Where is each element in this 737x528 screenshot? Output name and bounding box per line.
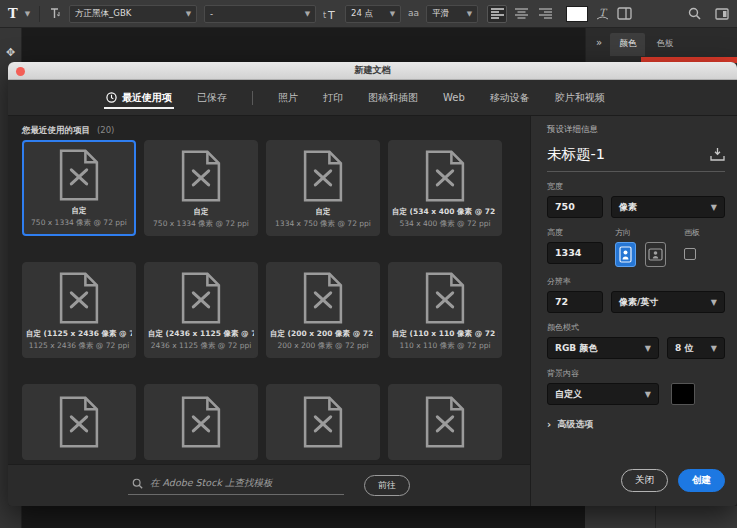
- align-center-button[interactable]: [511, 5, 531, 23]
- template-card-partial[interactable]: [144, 384, 258, 460]
- template-card-partial[interactable]: [388, 384, 502, 460]
- custom-document-icon: [178, 149, 224, 203]
- chevron-down-icon: ▼: [305, 10, 310, 18]
- document-name-input[interactable]: 未标题-1: [547, 145, 605, 164]
- template-card[interactable]: 自定 (1125 x 2436 像素 @ 72… 1125 x 2436 像素 …: [22, 262, 136, 358]
- color-mode-value: RGB 颜色: [555, 342, 597, 355]
- tab-swatches-panel[interactable]: 色板: [647, 33, 682, 56]
- custom-document-icon: [300, 149, 346, 203]
- svg-text:T: T: [599, 7, 608, 18]
- anti-alias-select[interactable]: 平滑 ▼: [426, 5, 478, 23]
- svg-text:T: T: [327, 9, 335, 20]
- chevron-down-icon: ▼: [711, 298, 717, 307]
- chevron-down-icon: ▼: [186, 10, 191, 18]
- color-mode-label: 颜色模式: [547, 322, 725, 333]
- template-card-partial[interactable]: [22, 384, 136, 460]
- custom-document-icon: [178, 271, 224, 325]
- background-color-swatch[interactable]: [671, 383, 695, 405]
- divider: [655, 506, 656, 528]
- save-preset-icon[interactable]: [710, 148, 725, 161]
- workspace-switcher-icon[interactable]: [715, 8, 729, 20]
- dialog-titlebar: 新建文档: [8, 62, 737, 80]
- orientation-portrait-button[interactable]: [615, 242, 636, 267]
- dialog-body: 您最近使用的项目 (20) 自定 750 x 1334 像素 @ 72 ppi: [8, 116, 737, 506]
- chevron-down-icon: ▼: [467, 10, 472, 18]
- clock-icon: [106, 92, 117, 103]
- width-input[interactable]: 750: [547, 196, 603, 218]
- font-style-select[interactable]: - ▼: [204, 5, 316, 23]
- close-window-button[interactable]: [16, 67, 25, 76]
- chevron-right-icon: ›: [547, 419, 551, 430]
- search-icon: [132, 478, 143, 489]
- resolution-input[interactable]: 72: [547, 291, 603, 313]
- template-card[interactable]: 自定 (200 x 200 像素 @ 72 p… 200 x 200 像素 @ …: [266, 262, 380, 358]
- tab-saved[interactable]: 已保存: [197, 80, 227, 115]
- card-subtitle: 2436 x 1125 像素 @ 72 ppi: [151, 341, 252, 351]
- tool-preset-chevron-icon[interactable]: ▼: [25, 10, 30, 18]
- dialog-tab-bar: 最近使用项 已保存 照片 打印 图稿和插图 Web 移动设备 胶片和视频: [8, 80, 737, 116]
- card-title: 自定 (2436 x 1125 像素 @ 72…: [148, 329, 254, 339]
- background-select[interactable]: 自定义 ▼: [547, 383, 659, 405]
- divider: [252, 91, 253, 105]
- anti-alias-icon: aa: [408, 9, 419, 18]
- go-button[interactable]: 前往: [364, 475, 410, 496]
- tab-web[interactable]: Web: [443, 80, 465, 115]
- stock-search-input[interactable]: 在 Adobe Stock 上查找模板: [128, 477, 344, 495]
- orientation-landscape-button[interactable]: [645, 242, 666, 267]
- close-button[interactable]: 关闭: [621, 469, 668, 492]
- template-card-partial[interactable]: [266, 384, 380, 460]
- height-input[interactable]: 1334: [547, 242, 603, 264]
- color-mode-select[interactable]: RGB 颜色 ▼: [547, 337, 659, 359]
- card-title: 自定 (1125 x 2436 像素 @ 72…: [26, 329, 132, 339]
- tab-recent[interactable]: 最近使用项: [106, 80, 172, 115]
- font-size-value: 24 点: [351, 8, 373, 20]
- resolution-unit-select[interactable]: 像素/英寸 ▼: [611, 291, 725, 313]
- search-icon[interactable]: [688, 7, 701, 20]
- anti-alias-value: 平滑: [432, 8, 449, 20]
- template-grid: 自定 750 x 1334 像素 @ 72 ppi 自定 750 x 1334 …: [22, 140, 502, 460]
- tab-film[interactable]: 胶片和视频: [555, 80, 605, 115]
- recent-header: 您最近使用的项目 (20): [22, 125, 530, 137]
- chevron-down-icon: ▼: [711, 344, 717, 353]
- template-card[interactable]: 自定 (2436 x 1125 像素 @ 72… 2436 x 1125 像素 …: [144, 262, 258, 358]
- unit-select[interactable]: 像素 ▼: [611, 196, 725, 218]
- align-left-button[interactable]: [487, 5, 507, 23]
- bit-depth-select[interactable]: 8 位 ▼: [667, 337, 725, 359]
- tab-art[interactable]: 图稿和插图: [368, 80, 418, 115]
- template-card[interactable]: 自定 1334 x 750 像素 @ 72 ppi: [266, 140, 380, 236]
- align-right-button[interactable]: [535, 5, 555, 23]
- stock-search-placeholder: 在 Adobe Stock 上查找模板: [150, 477, 272, 490]
- custom-document-icon: [56, 148, 102, 202]
- custom-document-icon: [56, 271, 102, 325]
- advanced-options-toggle[interactable]: › 高级选项: [547, 418, 725, 431]
- template-card[interactable]: 自定 (534 x 400 像素 @ 72 … 534 x 400 像素 @ 7…: [388, 140, 502, 236]
- dialog-footer: 关闭 创建: [621, 469, 725, 492]
- font-size-icon: tT: [323, 8, 338, 20]
- template-card[interactable]: 自定 750 x 1334 像素 @ 72 ppi: [144, 140, 258, 236]
- font-family-select[interactable]: 方正黑体_GBK ▼: [69, 5, 197, 23]
- text-color-swatch[interactable]: [566, 6, 588, 22]
- tab-photo[interactable]: 照片: [278, 80, 298, 115]
- collapse-panels-icon[interactable]: »: [590, 37, 608, 48]
- preset-details-pane: 预设详细信息 未标题-1 宽度 750 像素 ▼: [530, 116, 737, 506]
- font-size-select[interactable]: 24 点 ▼: [345, 5, 401, 23]
- template-card[interactable]: 自定 (110 x 110 像素 @ 72 ppi) 110 x 110 像素 …: [388, 262, 502, 358]
- type-tool-icon[interactable]: T: [8, 6, 18, 21]
- chevron-down-icon: ▼: [645, 390, 651, 399]
- tab-mobile[interactable]: 移动设备: [490, 80, 530, 115]
- artboard-checkbox[interactable]: [684, 248, 696, 260]
- chevron-down-icon: ▼: [390, 10, 395, 18]
- tab-color-panel[interactable]: 颜色: [610, 33, 645, 56]
- card-subtitle: 200 x 200 像素 @ 72 ppi: [277, 341, 368, 351]
- tab-print[interactable]: 打印: [323, 80, 343, 115]
- bit-depth-value: 8 位: [675, 342, 693, 355]
- toggle-panels-icon[interactable]: [617, 7, 632, 20]
- create-button[interactable]: 创建: [678, 469, 725, 492]
- new-document-dialog: 新建文档 最近使用项 已保存 照片 打印 图稿和插图 Web 移动设备 胶片和视…: [8, 62, 737, 506]
- warp-text-icon[interactable]: T: [595, 7, 610, 21]
- background-label: 背景内容: [547, 368, 725, 379]
- text-orientation-icon[interactable]: [49, 7, 62, 20]
- template-card[interactable]: 自定 750 x 1334 像素 @ 72 ppi: [22, 140, 136, 236]
- resolution-label: 分辨率: [547, 276, 725, 287]
- svg-text:t: t: [323, 11, 326, 20]
